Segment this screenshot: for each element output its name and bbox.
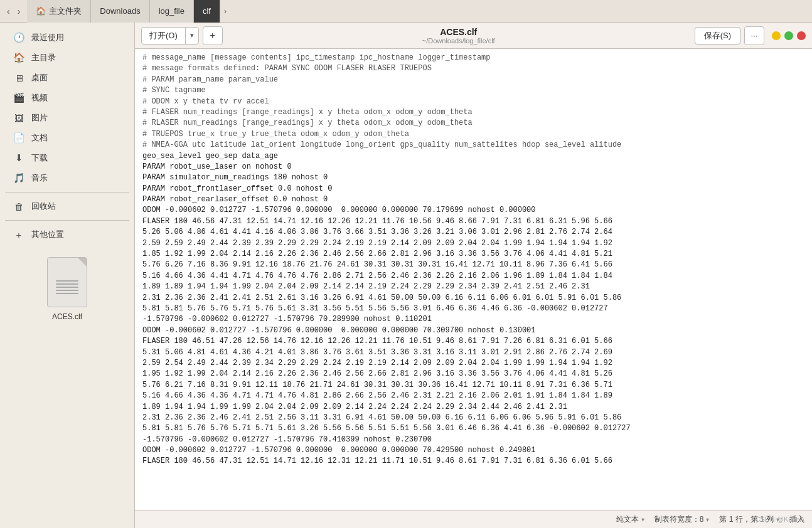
sidebar-divider xyxy=(5,192,129,193)
tab-clf-label: clf xyxy=(203,6,211,16)
file-icon-line-2 xyxy=(56,283,78,285)
music-icon: 🎵 xyxy=(13,172,25,184)
downloads-icon: ⬇ xyxy=(13,152,25,164)
new-tab-button[interactable]: + xyxy=(203,26,223,45)
toolbar-center: ACES.clf ~/Downloads/log_file/clf xyxy=(422,27,495,45)
text-type-label: 纯文本 xyxy=(616,514,639,525)
sidebar-item-desktop[interactable]: 🖥 桌面 xyxy=(3,68,132,87)
sidebar-item-downloads-label: 下载 xyxy=(31,152,48,164)
more-options-button[interactable]: ··· xyxy=(744,26,764,45)
nav-back-button[interactable]: ‹ xyxy=(4,5,13,18)
titlebar: ‹ › 🏠 主文件夹 Downloads log_file clf › xyxy=(0,0,812,23)
editor-content[interactable]: # message_name [message contents] ipc_ti… xyxy=(135,49,812,510)
editor-body: # message_name [message contents] ipc_ti… xyxy=(135,49,812,510)
file-preview: ACES.clf xyxy=(0,245,134,334)
toolbar-right: 保存(S) ··· xyxy=(695,26,806,45)
maximize-button[interactable] xyxy=(784,31,793,40)
open-button-group: 打开(O) ▾ xyxy=(141,27,199,45)
desktop-icon: 🖥 xyxy=(13,73,25,83)
sidebar-divider-2 xyxy=(5,220,129,221)
sidebar-item-other[interactable]: + 其他位置 xyxy=(3,225,132,244)
tab-log_file-label: log_file xyxy=(159,6,184,16)
status-tab-width[interactable]: 制表符宽度：8 ▾ xyxy=(654,514,710,525)
trash-icon: 🗑 xyxy=(13,201,25,212)
pictures-icon: 🖼 xyxy=(13,113,25,124)
watermark: CSDN @KuanA xyxy=(756,515,804,523)
sidebar-item-documents-label: 文档 xyxy=(31,132,48,144)
editor-toolbar: 打开(O) ▾ + ACES.clf ~/Downloads/log_file/… xyxy=(135,23,812,49)
tab-home-label: 主文件夹 xyxy=(49,6,82,17)
video-icon: 🎬 xyxy=(13,92,25,103)
sidebar-item-pictures-label: 图片 xyxy=(31,112,48,124)
open-dropdown-button[interactable]: ▾ xyxy=(186,29,198,42)
sidebar-item-trash[interactable]: 🗑 回收站 xyxy=(3,197,132,216)
tab-downloads[interactable]: Downloads xyxy=(91,0,149,23)
sidebar-item-home[interactable]: 🏠 主目录 xyxy=(3,48,132,67)
tab-downloads-label: Downloads xyxy=(100,6,140,16)
tab-home[interactable]: 🏠 主文件夹 xyxy=(27,0,91,23)
tab-log_file[interactable]: log_file xyxy=(150,0,194,23)
tab-overflow-arrow[interactable]: › xyxy=(220,7,230,16)
main-area: 🕐 最近使用 🏠 主目录 🖥 桌面 🎬 视频 🖼 图片 📄 文档 ⬇ 下载 🎵 xyxy=(0,23,812,528)
status-text-type[interactable]: 纯文本 ▾ xyxy=(616,514,644,525)
file-icon-line-5 xyxy=(56,293,78,294)
sidebar-item-documents[interactable]: 📄 文档 xyxy=(3,129,132,147)
open-button[interactable]: 打开(O) xyxy=(142,28,186,44)
status-bar: 纯文本 ▾ 制表符宽度：8 ▾ 第 1 行，第 1 列 ▾ 插入 xyxy=(135,510,812,528)
sidebar-item-desktop-label: 桌面 xyxy=(31,72,48,83)
tab-width-label: 制表符宽度：8 xyxy=(654,514,704,525)
sidebar: 🕐 最近使用 🏠 主目录 🖥 桌面 🎬 视频 🖼 图片 📄 文档 ⬇ 下载 🎵 xyxy=(0,23,135,528)
editor-file-path: ~/Downloads/log_file/clf xyxy=(422,37,495,45)
minimize-button[interactable] xyxy=(772,31,781,40)
preview-file-name: ACES.clf xyxy=(52,312,82,321)
tab-clf[interactable]: clf xyxy=(194,0,220,23)
sidebar-item-music[interactable]: 🎵 音乐 xyxy=(3,169,132,187)
file-icon xyxy=(47,257,87,307)
toolbar-left: 打开(O) ▾ + xyxy=(141,26,223,45)
text-type-arrow: ▾ xyxy=(641,516,644,523)
sidebar-item-music-label: 音乐 xyxy=(31,172,48,184)
sidebar-item-recent-label: 最近使用 xyxy=(31,32,64,43)
home-icon: 🏠 xyxy=(36,6,46,16)
file-icon-lines xyxy=(56,280,78,294)
other-icon: + xyxy=(13,230,25,240)
save-button[interactable]: 保存(S) xyxy=(695,27,740,45)
file-icon-line-1 xyxy=(56,280,78,282)
nav-forward-button[interactable]: › xyxy=(14,5,24,18)
home-sidebar-icon: 🏠 xyxy=(13,52,25,63)
file-icon-line-4 xyxy=(56,290,78,291)
sidebar-item-recent[interactable]: 🕐 最近使用 xyxy=(3,28,132,47)
sidebar-item-other-label: 其他位置 xyxy=(31,229,64,240)
recent-icon: 🕐 xyxy=(13,32,25,43)
file-icon-line-3 xyxy=(56,287,78,288)
sidebar-item-downloads[interactable]: ⬇ 下载 xyxy=(3,149,132,167)
sidebar-item-home-label: 主目录 xyxy=(31,52,56,63)
sidebar-item-trash-label: 回收站 xyxy=(31,201,56,212)
content-area: 打开(O) ▾ + ACES.clf ~/Downloads/log_file/… xyxy=(135,23,812,528)
sidebar-item-pictures[interactable]: 🖼 图片 xyxy=(3,108,132,127)
sidebar-item-video-label: 视频 xyxy=(31,92,48,103)
editor-file-title: ACES.clf xyxy=(422,27,495,37)
tab-width-arrow: ▾ xyxy=(706,516,709,523)
window-controls xyxy=(772,31,806,40)
nav-buttons: ‹ › xyxy=(0,5,27,18)
documents-icon: 📄 xyxy=(13,132,25,144)
sidebar-item-video[interactable]: 🎬 视频 xyxy=(3,88,132,107)
close-button[interactable] xyxy=(797,31,806,40)
